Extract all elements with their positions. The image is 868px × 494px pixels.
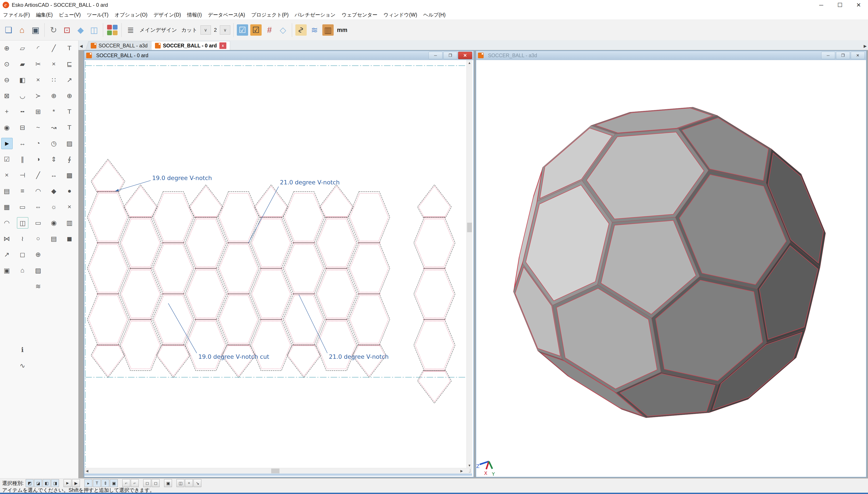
selection-filter-button-11[interactable]: ⌐ — [131, 479, 139, 487]
design-2d-canvas-area[interactable]: 19.0 degree V-notch21.0 degree V-notch19… — [85, 60, 473, 476]
tool-cell-c4-r1[interactable]: ⊑ — [64, 58, 75, 69]
tool-cell-c0-r9[interactable]: ▤ — [1, 186, 12, 196]
design-2d-titlebar[interactable]: SOCCER_BALL - 0 ard ─ ❐ ✕ — [85, 51, 473, 60]
menu-item-7[interactable]: データベース(A) — [205, 12, 248, 18]
tool-cell-c2-r0[interactable]: ◜ — [33, 43, 43, 54]
tool-cell-c4-r11[interactable]: ▥ — [64, 217, 75, 228]
vscroll-thumb[interactable] — [467, 223, 472, 232]
tool-cell-c2-r8[interactable]: ╱ — [33, 170, 43, 180]
vertical-scrollbar[interactable]: ▲ ▼ — [466, 60, 472, 468]
fit-page-button[interactable]: ◇ — [277, 24, 289, 36]
soccer-ball-3d-view[interactable]: ZXY — [476, 60, 865, 476]
close-button[interactable]: ✕ — [849, 0, 868, 10]
child-restore-button[interactable]: ❐ — [836, 52, 850, 59]
tool-cell-c3-r7[interactable]: ⇕ — [48, 154, 59, 165]
menu-item-11[interactable]: ウィンドウ(W) — [380, 12, 420, 18]
scroll-up-icon[interactable]: ▲ — [467, 60, 472, 65]
selection-filter-button-6[interactable]: ▸ — [85, 479, 92, 487]
selection-filter-button-5[interactable]: ▶ — [72, 479, 80, 487]
tool-cell-c2-r9[interactable]: ◠ — [33, 186, 43, 196]
tool-cell-c2-r6[interactable]: ◔ — [33, 138, 43, 149]
hscroll-thumb[interactable] — [271, 469, 279, 473]
tab-scroll-right-icon[interactable]: ▶ — [862, 42, 868, 50]
tool-cell-c2-r12[interactable]: ○ — [33, 233, 43, 244]
selection-filter-button-7[interactable]: T — [93, 479, 101, 487]
menu-item-1[interactable]: 編集(E) — [33, 12, 56, 18]
child-close-button[interactable]: ✕ — [851, 52, 865, 59]
tool-cell-c4-r5[interactable]: T — [64, 122, 75, 133]
tool-cell-c3-r9[interactable]: ◆ — [48, 186, 59, 196]
corrugate-button[interactable]: ≋ — [309, 24, 320, 36]
tool-cell-c4-r9[interactable]: ● — [64, 186, 75, 196]
canvas-parts-button-icon[interactable] — [107, 24, 118, 36]
annotation-dropdown[interactable]: ∨ — [220, 25, 230, 35]
selection-filter-button-3[interactable]: ◨ — [51, 479, 59, 487]
checklist-button[interactable]: ☑ — [237, 24, 248, 36]
unfold-drawing[interactable]: 19.0 degree V-notch21.0 degree V-notch19… — [85, 60, 466, 468]
tool-cell-c2-r11[interactable]: ▭ — [33, 217, 43, 228]
menu-item-8[interactable]: プロジェクト(P) — [248, 12, 292, 18]
tool-cell-c0-r5[interactable]: ◉ — [1, 122, 12, 133]
child-restore-button[interactable]: ❐ — [444, 52, 457, 59]
tool-cell-c0-r8[interactable]: × — [1, 170, 12, 180]
tool-cell-c3-r2[interactable]: ∷ — [48, 74, 59, 85]
grain-button[interactable]: ▥ — [322, 24, 334, 36]
tool-cell-c1-r0[interactable]: ▱ — [17, 43, 28, 54]
selection-filter-button-10[interactable]: ⌐ — [122, 479, 130, 487]
tool-cell-c0-r2[interactable]: ⊖ — [1, 74, 12, 85]
selection-filter-button-1[interactable]: ◪ — [34, 479, 42, 487]
tool-cell-c0-r1[interactable]: ⊙ — [1, 58, 12, 69]
tool-cell-c4-r4[interactable]: T — [64, 106, 75, 117]
tool-cell-c1-r6[interactable]: ↔ — [17, 138, 28, 149]
tool-cell-c2-r5[interactable]: ~ — [33, 122, 43, 133]
tool-cell-c0-r13[interactable]: ↗ — [1, 249, 12, 260]
resize-grip[interactable]: ⣸ — [468, 469, 471, 473]
tool-cell-c4-r12[interactable]: ◼ — [64, 233, 75, 244]
tool-cell-c2-r3[interactable]: ≻ — [33, 90, 43, 101]
selection-filter-button-17[interactable]: ↘ — [194, 479, 201, 487]
tool-cell-c4-r2[interactable]: ↗ — [64, 74, 75, 85]
child-minimize-button[interactable]: ─ — [429, 52, 442, 59]
scroll-down-icon[interactable]: ▼ — [467, 463, 472, 468]
scroll-left-icon[interactable]: ◀ — [85, 468, 90, 474]
tool-cell-c1-r14[interactable]: ⌂ — [17, 265, 28, 276]
tool-cell-c0-r3[interactable]: ⊠ — [1, 90, 12, 101]
drafting-button[interactable]: # — [264, 24, 275, 36]
child-minimize-button[interactable]: ─ — [821, 52, 835, 59]
tool-cell-c4-r10[interactable]: × — [64, 201, 75, 212]
menu-item-2[interactable]: ビュー(V) — [56, 12, 84, 18]
tool-cell-c2-r1[interactable]: ✂ — [33, 58, 43, 69]
tool-cell-c4-r7[interactable]: ∮ — [64, 154, 75, 165]
tool-cell-c3-r12[interactable]: ▤ — [48, 233, 59, 244]
tool-cell-c0-r11[interactable]: ◠ — [1, 217, 12, 228]
tool-cell-c4-r6[interactable]: ▨ — [64, 138, 75, 149]
save-button[interactable]: ▣ — [30, 24, 41, 36]
tool-cell-c0-r12[interactable]: ⋈ — [1, 233, 12, 244]
tool-cell-c1-r4[interactable]: ╍ — [17, 106, 28, 117]
tool-cell-c3-r3[interactable]: ⊕ — [48, 90, 59, 101]
design-2d-window[interactable]: SOCCER_BALL - 0 ard ─ ❐ ✕ 19.0 degree V-… — [84, 51, 474, 477]
tool-cell-c3-r0[interactable]: ╱ — [48, 43, 59, 54]
convert-to-layout-button[interactable]: ◫ — [88, 24, 100, 36]
tool-cell-c3-r8[interactable]: ↔ — [48, 170, 59, 180]
menu-item-4[interactable]: オプション(O) — [111, 12, 150, 18]
database-info-button[interactable]: ☑ — [250, 24, 261, 36]
horizontal-scrollbar[interactable]: ◀ ▶ ⣸ — [85, 468, 472, 474]
tool-cell-c1-r3[interactable]: ◡ — [17, 90, 28, 101]
tool-cell-c1-r13[interactable]: ◻ — [17, 249, 28, 260]
tool-cell-c1-r9[interactable]: ≡ — [17, 186, 28, 196]
document-tab-0[interactable]: SOCCER_BALL - a3d — [86, 41, 153, 50]
tab-close-button[interactable]: x — [219, 42, 227, 49]
tool-cell-c0-r14[interactable]: ▣ — [1, 265, 12, 276]
tool-cell-c0-r10[interactable]: ▦ — [1, 201, 12, 212]
tool-cell-c3-r6[interactable]: ◷ — [48, 138, 59, 149]
tab-scroll-left-icon[interactable]: ◀ — [78, 42, 84, 50]
selection-filter-button-15[interactable]: ◫ — [177, 479, 184, 487]
minimize-button[interactable]: ─ — [812, 0, 831, 10]
tool-cell-c2-r14[interactable]: ▨ — [33, 265, 43, 276]
tool-cell-c4-r3[interactable]: ⊕ — [64, 90, 75, 101]
tool-cell-c2-r10[interactable]: ⇔ — [33, 201, 43, 212]
tool-cell-c1-r2[interactable]: ◧ — [17, 74, 28, 85]
tool-cell-c3-r10[interactable]: ☼ — [48, 201, 59, 212]
document-tab-1[interactable]: SOCCER_BALL - 0 ardx — [151, 41, 230, 50]
